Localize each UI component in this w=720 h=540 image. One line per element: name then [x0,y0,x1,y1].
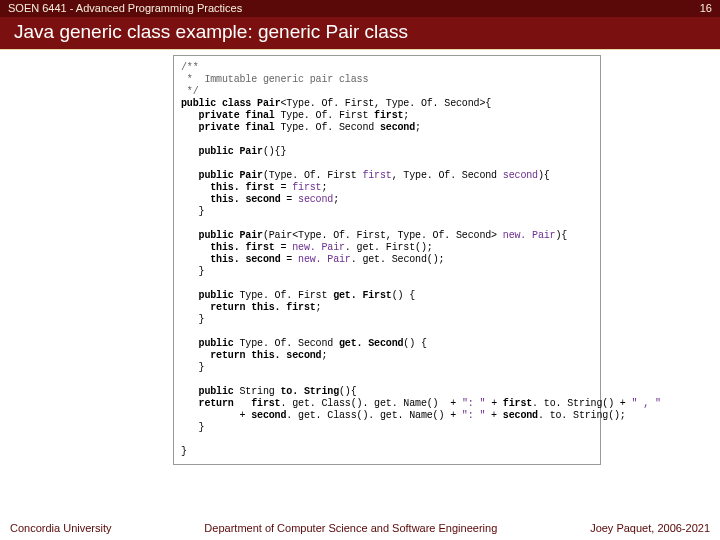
code-token: . get. Class(). get. Name() + [280,398,461,409]
code-token: ; [316,302,322,313]
page-number: 16 [700,2,712,15]
code-token: (Pair<Type. Of. First, Type. Of. Second> [263,230,503,241]
code-token: ": " [462,398,485,409]
code-token: public [181,146,240,157]
code-token: new. Pair [298,254,351,265]
code-token: this. [181,254,245,265]
code-token: Type. Of. Second [240,338,339,349]
code-token: second [245,194,286,205]
code-token: Type. Of. First [240,290,334,301]
code-line: } [181,266,204,277]
code-token: second [298,194,333,205]
footer-center: Department of Computer Science and Softw… [204,522,497,534]
code-token: public [181,338,240,349]
code-token: ; [321,350,327,361]
code-token: first [292,182,321,193]
code-token: Type. Of. Second [280,122,379,133]
code-token: = [280,242,292,253]
code-token: Pair [240,230,263,241]
code-token: private final [181,110,280,121]
code-token: <Type. Of. First, Type. Of. Second>{ [280,98,491,109]
code-line: */ [181,86,199,97]
code-token: ": " [462,410,485,421]
code-token: = [286,254,298,265]
code-line: } [181,314,204,325]
code-line: } [181,422,204,433]
code-token: second [286,350,321,361]
code-token: Pair [240,170,263,181]
code-token: ; [415,122,421,133]
code-token: new. Pair [503,230,556,241]
code-box: /** * Immutable generic pair class */ pu… [173,55,601,465]
code-token: first [362,170,391,181]
code-token: public [181,290,240,301]
slide: SOEN 6441 - Advanced Programming Practic… [0,0,720,540]
code-token: () { [392,290,415,301]
code-token: get. First [333,290,392,301]
code-line: * Immutable generic pair class [181,74,368,85]
code-token: . get. Second(); [351,254,445,265]
code-line: } [181,362,204,373]
code-token: + [485,410,503,421]
code-token: return this. [181,350,286,361]
code-token: first [245,182,280,193]
code-token: = [286,194,298,205]
code-token: first [245,242,280,253]
code-token: this. [181,194,245,205]
code-token: public [181,386,240,397]
code-token: second [380,122,415,133]
code-token: " , " [632,398,661,409]
code-token: second [251,410,286,421]
code-token: new. Pair [292,242,345,253]
code-token: String [240,386,281,397]
code-token: public [181,230,240,241]
code-token: () { [403,338,426,349]
code-token: public [181,170,240,181]
footer-left: Concordia University [10,522,111,534]
code-token: return [181,398,251,409]
code-token: public class [181,98,257,109]
slide-title: Java generic class example: generic Pair… [0,17,720,50]
code-token: (){ [339,386,357,397]
code-token: (){} [263,146,286,157]
code-token: . get. First(); [345,242,433,253]
code-token: . to. String(); [538,410,626,421]
code-token: to. String [280,386,339,397]
code-token: second [503,410,538,421]
code-token: . get. Class(). get. Name() + [286,410,462,421]
code-token: second [503,170,538,181]
title-text: Java generic class example: generic Pair… [14,21,408,43]
header-bar: SOEN 6441 - Advanced Programming Practic… [0,0,720,17]
code-token: ; [333,194,339,205]
code-token: , Type. Of. Second [392,170,503,181]
code-token: + [485,398,503,409]
code-token: ){ [538,170,550,181]
code-line: } [181,446,187,457]
code-token: second [245,254,286,265]
course-code: SOEN 6441 - Advanced Programming Practic… [8,2,242,15]
code-token: (Type. Of. First [263,170,362,181]
code-token: get. Second [339,338,403,349]
code-token: + [181,410,251,421]
code-token: ; [321,182,327,193]
code-token: . to. String() + [532,398,631,409]
code-token: ){ [555,230,567,241]
code-token: private final [181,122,280,133]
code-token: first [503,398,532,409]
code-token: first [286,302,315,313]
code-line: /** [181,62,199,73]
code-token: this. [181,242,245,253]
code-token: Type. Of. First [280,110,374,121]
code-token: Pair [240,146,263,157]
content-area: /** * Immutable generic pair class */ pu… [0,50,720,540]
code-line: } [181,206,204,217]
code-token: ; [403,110,409,121]
code-token: = [280,182,292,193]
code-token: first [374,110,403,121]
code-token: Pair [257,98,280,109]
footer: Concordia University Department of Compu… [0,519,720,540]
code-token: return this. [181,302,286,313]
code-token: first [251,398,280,409]
footer-right: Joey Paquet, 2006-2021 [590,522,710,534]
code-token: this. [181,182,245,193]
